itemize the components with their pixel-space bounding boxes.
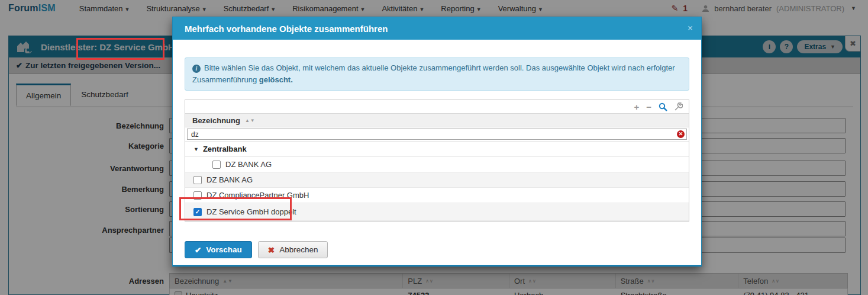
search-input[interactable]: [187, 129, 687, 140]
search-icon[interactable]: [659, 102, 667, 111]
modal-body: iBitte wählen Sie das Objekt, mit welche…: [173, 57, 701, 258]
x-icon: ✖: [268, 245, 275, 255]
object-list-panel: + − Bezeichnung ▲▼ ✕: [185, 100, 689, 222]
list-search-row: ✕: [185, 127, 689, 142]
app-canvas: ForumISM Stammdaten▼ Strukturanalyse▼ Sc…: [0, 0, 868, 295]
list-toolbar: + −: [185, 100, 689, 113]
modal-close-icon[interactable]: ×: [688, 23, 693, 34]
vorschau-button[interactable]: ✔ Vorschau: [185, 241, 252, 258]
modal-header: Mehrfach vorhandene Objekte zusammenführ…: [173, 17, 701, 40]
sort-icon[interactable]: ▲▼: [245, 118, 256, 123]
modal-footer: ✔ Vorschau ✖ Abbrechen: [185, 241, 689, 258]
info-bold: gelöscht.: [259, 75, 293, 84]
collapse-all-icon[interactable]: −: [646, 102, 651, 111]
object-row[interactable]: DZ BANK AG: [185, 172, 689, 188]
object-row[interactable]: DZ BANK AG: [185, 157, 689, 172]
merge-objects-modal: Mehrfach vorhandene Objekte zusammenführ…: [172, 17, 702, 267]
list-column-header[interactable]: Bezeichnung ▲▼: [185, 113, 689, 127]
object-row[interactable]: DZ CompliancePartner GmbH: [185, 188, 689, 203]
expand-all-icon[interactable]: +: [634, 102, 639, 111]
checkbox-unchecked[interactable]: [193, 176, 202, 184]
check-icon: ✔: [195, 245, 201, 255]
checkbox-unchecked[interactable]: [193, 191, 202, 200]
collapse-caret-icon[interactable]: ▼: [193, 146, 199, 152]
object-row-selected[interactable]: ✓ DZ Service GmbH doppelt: [185, 203, 689, 221]
modal-title: Mehrfach vorhandene Objekte zusammenführ…: [185, 24, 388, 34]
group-row-zentralbank[interactable]: ▼ Zentralbank: [185, 142, 689, 157]
clear-search-icon[interactable]: ✕: [677, 130, 685, 138]
checkbox-checked[interactable]: ✓: [193, 208, 202, 216]
info-message: iBitte wählen Sie das Objekt, mit welche…: [185, 57, 689, 91]
wrench-icon[interactable]: [675, 102, 683, 111]
abbrechen-button[interactable]: ✖ Abbrechen: [258, 241, 328, 258]
info-icon: i: [192, 65, 201, 73]
checkbox-unchecked[interactable]: [212, 161, 221, 169]
